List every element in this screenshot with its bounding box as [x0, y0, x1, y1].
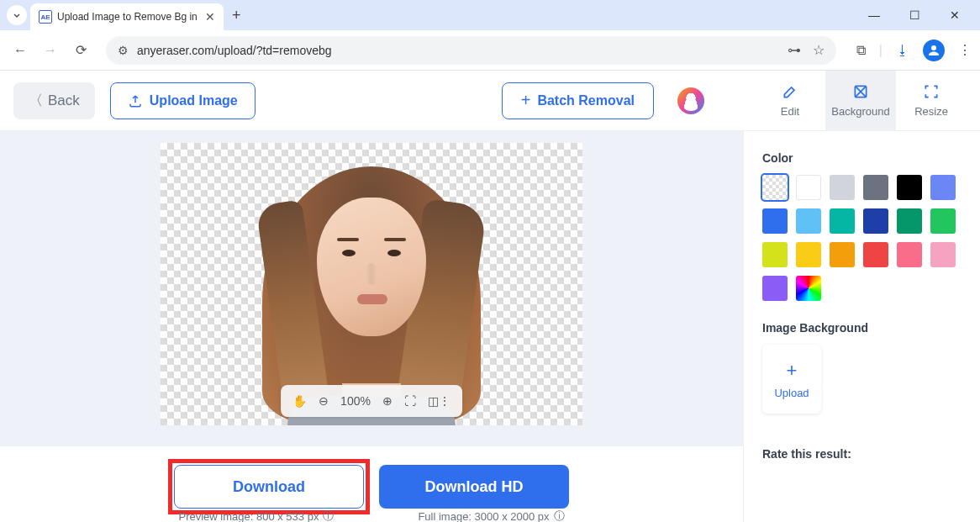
swatch-lime[interactable]	[762, 242, 788, 267]
swatch-blue[interactable]	[762, 208, 788, 234]
swatch-sky[interactable]	[796, 208, 821, 234]
swatch-red[interactable]	[863, 242, 888, 267]
color-section-title: Color	[762, 151, 962, 165]
image-bg-section-title: Image Background	[762, 321, 962, 335]
plus-icon: +	[787, 360, 798, 382]
favicon: AE	[39, 10, 52, 24]
download-hd-button[interactable]: Download HD	[379, 465, 569, 509]
tool-background-label: Background	[831, 105, 889, 118]
full-info: Full image: 3000 x 2000 pxⓘ	[418, 509, 564, 522]
tool-edit-label: Edit	[781, 105, 799, 118]
zoom-toolbar: ✋ ⊖ 100% ⊕ ⛶ ◫⋮	[281, 385, 462, 417]
upload-image-button[interactable]: Upload Image	[110, 82, 256, 119]
swatch-navy[interactable]	[863, 208, 888, 234]
close-icon[interactable]: ✕	[205, 10, 215, 24]
preview-info: Preview image: 800 x 533 pxⓘ	[178, 509, 334, 522]
zoom-in-icon[interactable]: ⊕	[382, 394, 393, 408]
preview-canvas[interactable]	[161, 143, 582, 425]
menu-dots-icon[interactable]: ⋮	[958, 42, 972, 58]
background-icon	[852, 83, 869, 100]
fit-screen-icon[interactable]: ⛶	[404, 394, 416, 408]
plus-icon: +	[521, 91, 531, 110]
bookmark-star-icon[interactable]: ☆	[813, 42, 825, 58]
tab-search-dropdown[interactable]	[7, 5, 27, 25]
compare-icon[interactable]: ◫⋮	[428, 394, 450, 408]
upload-label: Upload Image	[150, 93, 238, 108]
browser-toolbar: ← → ⟳ ⚙ anyeraser.com/upload/?td=removeb…	[0, 30, 980, 71]
address-bar[interactable]: ⚙ anyeraser.com/upload/?td=removebg ⊶ ☆	[106, 36, 836, 65]
download-row: Download Download HD Preview image: 800 …	[0, 446, 743, 522]
reload-icon[interactable]: ⟳	[69, 39, 92, 62]
swatch-white[interactable]	[796, 175, 821, 200]
extensions-icon[interactable]: ⧉	[856, 43, 866, 58]
browser-tab-strip: AE Upload Image to Remove Bg in ✕ + — ☐ …	[0, 0, 980, 30]
tool-tab-background[interactable]: Background	[825, 71, 896, 131]
swatch-orange[interactable]	[830, 242, 855, 267]
upload-bg-button[interactable]: + Upload	[762, 345, 821, 414]
upload-icon	[128, 93, 143, 108]
highlight-box	[168, 459, 370, 514]
swatch-transparent[interactable]	[762, 175, 788, 200]
zoom-value: 100%	[340, 394, 371, 408]
swatch-purple[interactable]	[762, 276, 788, 301]
edit-icon	[782, 83, 798, 100]
tab-title: Upload Image to Remove Bg in	[57, 11, 200, 23]
close-window-icon[interactable]: ✕	[943, 8, 967, 22]
url-text: anyeraser.com/upload/?td=removebg	[137, 44, 788, 57]
resize-icon	[923, 83, 940, 100]
swatch-teal[interactable]	[830, 208, 855, 234]
profile-icon[interactable]	[923, 40, 945, 61]
swatch-color-picker[interactable]	[796, 276, 821, 301]
tool-tab-edit[interactable]: Edit	[755, 71, 825, 131]
swatch-green[interactable]	[930, 208, 956, 234]
swatch-gray[interactable]	[863, 175, 888, 200]
tool-resize-label: Resize	[914, 105, 948, 118]
subject-portrait	[254, 143, 489, 425]
password-key-icon[interactable]: ⊶	[788, 42, 801, 58]
right-panel: Color Image Background + Uplo	[743, 131, 980, 522]
chevron-left-icon: 〈	[29, 91, 43, 110]
canvas-area: ✋ ⊖ 100% ⊕ ⛶ ◫⋮ Download Download HD Pre…	[0, 131, 743, 522]
app-header: 〈 Back Upload Image + Batch Removal Edit…	[0, 71, 980, 131]
back-button[interactable]: 〈 Back	[13, 82, 95, 119]
upload-bg-label: Upload	[774, 387, 809, 399]
swatch-black[interactable]	[897, 175, 922, 200]
swatch-gray-light[interactable]	[830, 175, 855, 200]
swatch-yellow[interactable]	[796, 242, 821, 267]
new-tab-button[interactable]: +	[232, 7, 241, 24]
color-swatch-grid	[762, 175, 962, 301]
back-label: Back	[48, 92, 80, 109]
hand-tool-icon[interactable]: ✋	[292, 394, 307, 408]
avatar[interactable]	[677, 87, 704, 114]
swatch-emerald[interactable]	[897, 208, 922, 234]
minimize-icon[interactable]: —	[862, 8, 886, 22]
downloads-icon[interactable]: ⭳	[896, 43, 909, 58]
zoom-out-icon[interactable]: ⊖	[319, 394, 329, 408]
svg-point-0	[931, 45, 936, 50]
forward-nav-icon: →	[39, 39, 62, 62]
browser-tab[interactable]: AE Upload Image to Remove Bg in ✕	[30, 3, 224, 30]
maximize-icon[interactable]: ☐	[903, 8, 926, 22]
batch-removal-button[interactable]: + Batch Removal	[502, 82, 654, 119]
swatch-coral[interactable]	[897, 242, 922, 267]
rate-title: Rate this result:	[762, 447, 962, 461]
swatch-pink[interactable]	[930, 242, 956, 267]
tool-tab-resize[interactable]: Resize	[896, 71, 967, 131]
info-icon[interactable]: ⓘ	[323, 509, 334, 522]
info-icon[interactable]: ⓘ	[554, 509, 565, 522]
back-nav-icon[interactable]: ←	[8, 39, 32, 62]
batch-label: Batch Removal	[537, 93, 635, 108]
swatch-indigo[interactable]	[930, 175, 956, 200]
site-settings-icon[interactable]: ⚙	[118, 44, 129, 57]
